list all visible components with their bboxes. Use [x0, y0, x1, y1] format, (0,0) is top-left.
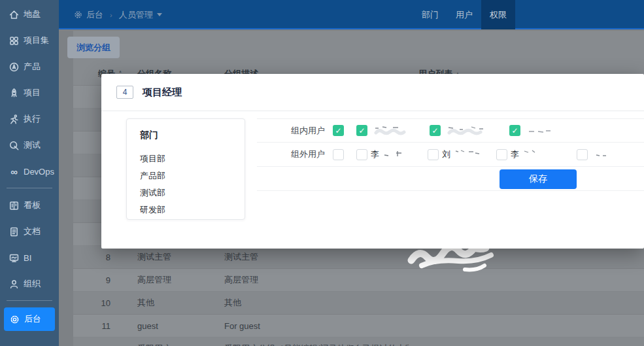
table-row-11: 11guestFor guest	[73, 315, 644, 337]
dialog-title: 项目经理	[143, 86, 182, 99]
search-icon	[8, 140, 20, 151]
save-button[interactable]: 保存	[500, 169, 577, 189]
group-id-badge: 4	[116, 86, 133, 99]
content-left-gutter	[59, 31, 73, 346]
member-checkbox-item[interactable]	[333, 149, 347, 160]
checkbox-unchecked-icon[interactable]	[496, 149, 507, 160]
sidebar-item-label: 产品	[24, 61, 41, 73]
product-icon	[8, 61, 20, 73]
redacted-name-scribble	[382, 149, 413, 160]
department-panel-title: 部门	[140, 130, 245, 141]
sidebar-item-label: 地盘	[24, 9, 41, 20]
department-panel: 部门 项目部 产品部 测试部 研发部	[126, 118, 245, 220]
redacted-name-scribble	[453, 149, 482, 160]
gear-icon	[9, 314, 20, 325]
sidebar-item-program[interactable]: 项目集	[0, 27, 59, 54]
document-icon	[8, 226, 20, 237]
sidebar-item-project[interactable]: 项目	[0, 80, 59, 106]
sidebar-item-label: 后台	[24, 313, 41, 325]
member-checkbox-item[interactable]: ✓	[356, 125, 407, 136]
member-checkbox-item[interactable]: ✓	[509, 125, 552, 136]
checkbox-checked-icon[interactable]: ✓	[333, 125, 344, 136]
breadcrumb-root[interactable]: 后台	[86, 9, 103, 21]
dept-item-rd[interactable]: 研发部	[140, 201, 245, 218]
sidebar-item-execution[interactable]: 执行	[0, 106, 59, 132]
member-checkbox-item[interactable]: 李	[356, 148, 413, 160]
member-checkbox-item[interactable]: ✓	[333, 125, 347, 136]
sidebar-item-org[interactable]: 组织	[0, 271, 59, 297]
sidebar-item-doc[interactable]: 文档	[0, 218, 59, 245]
rocket-icon	[8, 88, 20, 99]
gear-icon	[73, 10, 83, 20]
sidebar: 地盘 项目集 产品 项目 执行 测试 ∞ DevOps 看板 文档 BI 组织	[0, 0, 59, 346]
checkbox-unchecked-icon[interactable]	[577, 149, 588, 160]
grid-icon	[8, 35, 20, 46]
sidebar-item-bi[interactable]: BI	[0, 245, 59, 271]
chevron-down-icon	[157, 13, 162, 16]
sidebar-item-label: 看板	[24, 199, 41, 211]
browse-group-tab[interactable]: 浏览分组	[67, 37, 120, 58]
member-checkbox-item[interactable]: 李	[496, 148, 548, 160]
redacted-name-scribble	[522, 149, 548, 160]
sidebar-item-label: 项目集	[24, 35, 49, 46]
dept-item-product[interactable]: 产品部	[140, 167, 245, 184]
redacted-name-scribble	[526, 126, 552, 136]
redacted-name-scribble	[594, 149, 616, 160]
member-checkbox-item[interactable]: 刘	[428, 148, 482, 160]
dialog-header: 4 项目经理	[101, 74, 644, 111]
dept-item-project[interactable]: 项目部	[140, 150, 245, 167]
sidebar-item-devops[interactable]: ∞ DevOps	[0, 158, 59, 184]
sidebar-item-label: DevOps	[24, 167, 54, 177]
inside-users-label: 组内用户	[257, 125, 325, 137]
sidebar-item-kanban[interactable]: 看板	[0, 192, 59, 218]
table-row-10: 10其他其他	[73, 292, 644, 315]
sidebar-item-label: BI	[24, 253, 31, 263]
checkbox-unchecked-icon[interactable]	[356, 149, 367, 160]
inside-users-row: 组内用户 ✓ ✓ ✓ ✓	[257, 118, 644, 143]
sidebar-item-label: 项目	[24, 87, 41, 99]
tab-privilege[interactable]: 权限	[481, 0, 515, 29]
sidebar-item-label: 文档	[24, 226, 41, 237]
tab-department[interactable]: 部门	[413, 0, 447, 29]
breadcrumb: 后台 › 人员管理	[73, 0, 162, 29]
table-row-8: 8测试主管测试主管	[73, 246, 644, 269]
checkbox-checked-icon[interactable]: ✓	[430, 125, 441, 136]
sidebar-item-label: 测试	[24, 139, 41, 151]
sidebar-item-label: 组织	[24, 278, 41, 290]
navbar-tabs: 部门 用户 权限	[413, 0, 515, 29]
table-row-12: 12受限用户受限用户分组（只能编辑/记录他们自己提过的内容）	[73, 337, 644, 346]
chevron-right-icon: ›	[110, 11, 112, 19]
member-checkbox-item[interactable]: ✓	[430, 125, 486, 136]
infinity-icon: ∞	[8, 166, 20, 177]
outside-users-label: 组外用户	[257, 148, 325, 160]
member-checkbox-item[interactable]	[577, 149, 616, 160]
sidebar-item-admin[interactable]: 后台	[4, 307, 55, 331]
user-assignment-rows: 组内用户 ✓ ✓ ✓ ✓ 组外用户	[257, 118, 644, 191]
sidebar-item-product[interactable]: 产品	[0, 54, 59, 80]
checkbox-unchecked-icon[interactable]	[333, 149, 344, 160]
home-icon	[8, 9, 20, 20]
kanban-icon	[8, 200, 20, 211]
breadcrumb-current[interactable]: 人员管理	[119, 9, 153, 21]
redacted-name-scribble	[447, 126, 486, 136]
sidebar-item-dashboard[interactable]: 地盘	[0, 1, 59, 27]
top-navbar: 后台 › 人员管理 部门 用户 权限	[59, 0, 644, 29]
checkbox-unchecked-icon[interactable]	[428, 149, 439, 160]
monitor-icon	[8, 252, 20, 264]
people-icon	[8, 279, 20, 290]
dialog-footer-row: 保存	[257, 167, 644, 191]
dept-item-test[interactable]: 测试部	[140, 184, 245, 201]
redacted-name-scribble	[373, 126, 407, 136]
sidebar-item-label: 执行	[24, 113, 41, 125]
sidebar-divider	[7, 188, 52, 188]
tab-user[interactable]: 用户	[447, 0, 481, 29]
runner-icon	[8, 114, 20, 125]
table-row-9: 9高层管理高层管理	[73, 269, 644, 292]
checkbox-checked-icon[interactable]: ✓	[509, 125, 520, 136]
sidebar-item-qa[interactable]: 测试	[0, 132, 59, 158]
checkbox-checked-icon[interactable]: ✓	[356, 125, 367, 136]
group-edit-dialog: 4 项目经理 部门 项目部 产品部 测试部 研发部 组内用户 ✓ ✓ ✓	[101, 74, 644, 249]
sidebar-divider	[7, 300, 52, 301]
outside-users-row: 组外用户 李 刘 李	[257, 143, 644, 167]
